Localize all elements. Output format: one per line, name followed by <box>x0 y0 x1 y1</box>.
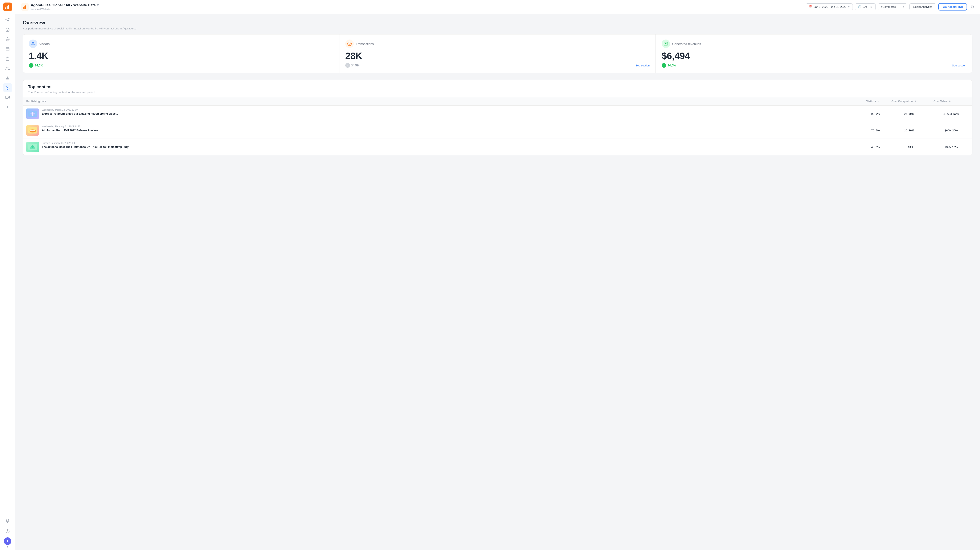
col-goal-value[interactable]: Goal Value ⇅ <box>930 97 972 105</box>
top-content-header: Top content The 10 most performing conte… <box>23 80 972 97</box>
col-publishing-date: Publishing date <box>23 97 863 105</box>
row1-date: Wednesday, March 14, 2022 12:00 <box>42 108 859 111</box>
row2-goal-value: $650 20% <box>930 122 972 139</box>
overview-section: Overview Key performance metrics of soci… <box>23 20 972 73</box>
sidebar-item-send[interactable] <box>3 16 12 24</box>
row1-goal-completion: 25 50% <box>888 105 930 122</box>
row2-goal-completion: 10 20% <box>888 122 930 139</box>
brand-icon <box>21 3 29 11</box>
sidebar-item-chart[interactable] <box>3 73 12 83</box>
revenues-label: Generated revenues <box>672 42 701 46</box>
table-row: Wednesday, March 14, 2022 12:00 Express … <box>23 105 972 122</box>
revenues-change-icon: ↑ <box>662 63 666 68</box>
metric-revenues: Generated revenues $6,494 ↑ 34,5% See se… <box>656 35 972 73</box>
sidebar: A <box>0 0 15 550</box>
clock-icon: 🕐 <box>858 5 861 8</box>
chevron-down-icon: ▾ <box>848 5 850 8</box>
more-dots-icon[interactable] <box>7 546 8 547</box>
revenues-value: $6,494 <box>662 51 966 60</box>
svg-rect-24 <box>24 6 25 9</box>
visitors-sort-icon: ⇅ <box>878 100 879 103</box>
sidebar-item-bell[interactable] <box>3 517 12 525</box>
visitors-change: ↑ 34,5% <box>29 63 43 68</box>
transactions-see-section[interactable]: See section <box>635 64 650 67</box>
content-area: Overview Key performance metrics of soci… <box>15 14 980 550</box>
table-row: Sunday, February 18, 2022 11:00 The Jets… <box>23 139 972 155</box>
row2-date: Wednesday, February 21, 2022 14:25 <box>42 125 859 128</box>
calendar-icon: 📅 <box>809 5 812 8</box>
transactions-value: 28K <box>345 51 650 60</box>
row1-thumbnail <box>26 108 39 119</box>
row2-content: Wednesday, February 21, 2022 14:25 Air J… <box>23 122 863 139</box>
transactions-icon <box>345 40 354 48</box>
svg-point-38 <box>31 145 34 148</box>
row3-visitors: 45 3% <box>863 139 888 155</box>
col-visitors[interactable]: Visitors ⇅ <box>863 97 888 105</box>
sidebar-item-users[interactable] <box>3 64 12 73</box>
visitors-value: 1.4K <box>29 51 333 60</box>
row1-visitors: 92 6% <box>863 105 888 122</box>
top-content-subtitle: The 10 most performing content for the s… <box>28 91 967 94</box>
transactions-footer: ↓ 34,5% See section <box>345 63 650 68</box>
row3-goal-completion: 5 10% <box>888 139 930 155</box>
app-logo[interactable] <box>3 3 12 11</box>
sidebar-item-calendar[interactable] <box>3 45 12 53</box>
col-goal-completion[interactable]: Goal Completion ⇅ <box>888 97 930 105</box>
visitors-change-icon: ↑ <box>29 63 33 68</box>
metric-transactions: Transactions 28K ↓ 34,5% See section <box>339 35 656 73</box>
svg-rect-8 <box>6 48 9 51</box>
svg-rect-23 <box>23 7 24 9</box>
header-controls: 📅 Jan 1, 2020 - Jan 31, 2020 ▾ 🕐 GMT +1 … <box>806 3 967 11</box>
sidebar-item-dashboard[interactable] <box>3 83 12 92</box>
row3-date: Sunday, February 18, 2022 11:00 <box>42 142 859 144</box>
visitors-icon <box>29 40 37 48</box>
sidebar-item-clipboard[interactable] <box>3 54 12 63</box>
header-brand: AgoraPulse Global / All - Website Data ▾… <box>21 3 802 11</box>
sidebar-item-add[interactable] <box>3 103 12 111</box>
gear-icon[interactable]: ⚙ <box>970 5 974 10</box>
header-title[interactable]: AgoraPulse Global / All - Website Data ▾ <box>31 3 99 7</box>
metric-visitors-header: Visitors <box>29 40 333 48</box>
revenues-see-section[interactable]: See section <box>952 64 966 67</box>
date-range-picker[interactable]: 📅 Jan 1, 2020 - Jan 31, 2020 ▾ <box>806 3 853 10</box>
header-title-group: AgoraPulse Global / All - Website Data ▾… <box>31 3 99 11</box>
overview-subtitle: Key performance metrics of social media … <box>23 27 972 30</box>
revenues-footer: ↑ 34,5% See section <box>662 63 966 68</box>
svg-point-26 <box>32 42 33 43</box>
row1-goal-value: $1,623 50% <box>930 105 972 122</box>
svg-rect-25 <box>25 5 26 9</box>
sidebar-item-inbox[interactable] <box>3 25 12 34</box>
timezone-picker[interactable]: 🕐 GMT +1 <box>855 3 876 10</box>
social-analytics-button[interactable]: Social Analytics <box>909 3 936 10</box>
user-avatar[interactable]: A <box>4 537 11 545</box>
top-content-title: Top content <box>28 84 967 89</box>
svg-rect-12 <box>7 57 8 57</box>
social-roi-button[interactable]: Your social ROI <box>939 3 967 11</box>
svg-rect-18 <box>5 96 8 99</box>
transactions-change-icon: ↓ <box>345 63 350 68</box>
svg-marker-17 <box>8 97 10 98</box>
svg-point-27 <box>347 42 351 46</box>
chevron-down-icon: ▾ <box>97 3 99 7</box>
row3-goal-value: $325 10% <box>930 139 972 155</box>
svg-rect-35 <box>30 130 35 131</box>
metric-visitors: Visitors 1.4K ↑ 34,5% <box>23 35 339 73</box>
row2-title: Air Jordan Retro Fall 2022 Release Previ… <box>42 129 859 132</box>
row2-visitors: 70 5% <box>863 122 888 139</box>
header-subtitle: Personal Website <box>31 8 99 11</box>
transactions-change: ↓ 34,5% <box>345 63 360 68</box>
goal-value-sort-icon: ⇅ <box>949 100 951 103</box>
row3-content: Sunday, February 18, 2022 11:00 The Jets… <box>23 139 863 155</box>
ecommerce-picker[interactable]: eCommerce ▾ <box>878 3 907 10</box>
visitors-footer: ↑ 34,5% <box>29 63 333 68</box>
chevron-down-icon: ▾ <box>903 5 904 8</box>
row3-title: The Jetsons Meet The Flintstones On This… <box>42 145 859 149</box>
row3-thumbnail <box>26 142 39 152</box>
metrics-grid: Visitors 1.4K ↑ 34,5% <box>23 34 972 73</box>
svg-point-13 <box>6 67 8 68</box>
svg-rect-2 <box>8 5 9 9</box>
sidebar-item-globe[interactable] <box>3 35 12 44</box>
sidebar-item-video[interactable] <box>3 93 12 102</box>
sidebar-item-help[interactable] <box>3 527 12 536</box>
top-content-table: Publishing date Visitors ⇅ Goal Completi… <box>23 97 972 155</box>
